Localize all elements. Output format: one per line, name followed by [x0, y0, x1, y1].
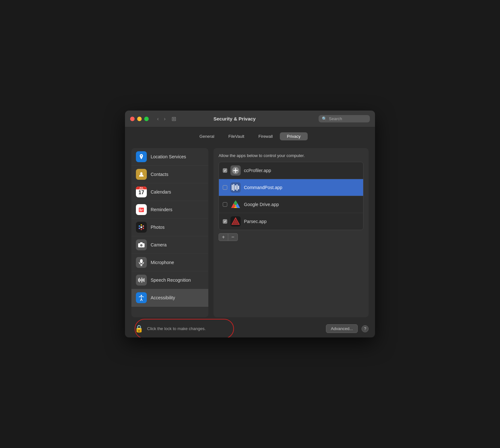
parsec-app-icon	[230, 216, 241, 227]
search-icon: 🔍	[322, 116, 327, 121]
minimize-button[interactable]	[137, 117, 142, 121]
svg-rect-23	[142, 278, 142, 283]
svg-point-0	[140, 172, 143, 175]
svg-point-15	[141, 245, 142, 246]
sidebar-label-reminders: Reminders	[151, 207, 172, 212]
advanced-button[interactable]: Advanced...	[326, 324, 358, 333]
svg-point-9	[143, 228, 144, 229]
tab-privacy[interactable]: Privacy	[280, 132, 308, 140]
svg-point-26	[141, 295, 142, 296]
tab-firewall[interactable]: Firewall	[251, 132, 280, 140]
location-icon	[136, 151, 147, 162]
sidebar-item-reminders[interactable]: Reminders	[131, 201, 208, 219]
search-input[interactable]	[329, 116, 367, 121]
commandpost-app-name: CommandPost.app	[244, 185, 359, 190]
svg-marker-38	[234, 200, 238, 203]
photos-icon	[136, 222, 147, 233]
svg-rect-4	[139, 210, 143, 210]
sidebar-item-accessibility[interactable]: Accessibility	[131, 289, 208, 307]
sidebar-item-photos[interactable]: Photos	[131, 219, 208, 236]
svg-rect-25	[144, 278, 145, 282]
svg-rect-3	[139, 209, 141, 209]
lock-text[interactable]: Click the lock to make changes.	[147, 326, 206, 331]
add-app-button[interactable]: +	[219, 233, 228, 241]
main-window: ‹ › ⊞ Security & Privacy 🔍 General FileV…	[125, 111, 375, 337]
app-row-commandpost[interactable]: CommandPost.app	[219, 179, 363, 196]
sidebar-label-camera: Camera	[151, 242, 167, 247]
sidebar-label-speech: Speech Recognition	[151, 278, 191, 283]
svg-rect-24	[143, 279, 143, 281]
titlebar: ‹ › ⊞ Security & Privacy 🔍	[125, 111, 375, 127]
list-controls: + −	[219, 233, 363, 241]
svg-rect-16	[140, 242, 143, 243]
sidebar-item-calendars[interactable]: JUL 17 Calendars	[131, 183, 208, 201]
reminders-icon	[136, 204, 147, 215]
svg-rect-20	[138, 278, 139, 282]
sidebar-label-microphone: Microphone	[151, 260, 174, 265]
svg-rect-30	[235, 185, 236, 190]
window-title: Security & Privacy	[151, 116, 319, 121]
svg-point-8	[143, 225, 144, 227]
sidebar-item-contacts[interactable]: Contacts	[131, 166, 208, 183]
panel-description: Allow the apps below to control your com…	[219, 153, 363, 158]
tab-general[interactable]: General	[192, 132, 221, 140]
svg-rect-22	[140, 279, 141, 281]
sidebar-label-accessibility: Accessibility	[151, 295, 175, 300]
sidebar-label-contacts: Contacts	[151, 172, 168, 177]
sidebar-item-camera[interactable]: Camera	[131, 236, 208, 254]
ccprofiler-app-name: ccProfiler.app	[244, 168, 359, 173]
svg-rect-29	[233, 184, 234, 191]
svg-rect-5	[139, 211, 142, 211]
speech-icon	[136, 275, 147, 286]
accessibility-icon	[136, 292, 147, 303]
googledrive-app-name: Google Drive.app	[244, 202, 359, 207]
main-panel: Allow the apps below to control your com…	[213, 148, 369, 317]
sidebar-label-location: Location Services	[151, 154, 186, 159]
googledrive-app-icon	[230, 199, 241, 210]
calendars-icon: JUL 17	[136, 187, 147, 197]
search-box[interactable]: 🔍	[319, 115, 370, 122]
content-area: Location Services Contacts JUL 17 Calend…	[125, 144, 375, 317]
svg-rect-28	[232, 185, 233, 190]
sidebar: Location Services Contacts JUL 17 Calend…	[131, 148, 208, 317]
tabs-bar: General FileVault Firewall Privacy	[125, 127, 375, 144]
svg-rect-21	[139, 278, 140, 282]
calendar-day: 17	[138, 189, 144, 196]
app-row-parsec[interactable]: Parsec.app	[219, 213, 363, 230]
lock-icon[interactable]: 🔒	[135, 325, 143, 333]
remove-app-button[interactable]: −	[228, 233, 238, 241]
camera-icon	[136, 239, 147, 250]
svg-rect-17	[140, 259, 143, 263]
close-button[interactable]	[130, 117, 135, 121]
traffic-lights	[130, 117, 149, 121]
parsec-app-name: Parsec.app	[244, 219, 359, 224]
maximize-button[interactable]	[144, 117, 149, 121]
parsec-checkbox[interactable]	[223, 219, 227, 224]
sidebar-label-calendars: Calendars	[151, 189, 171, 195]
ccprofiler-app-icon	[230, 165, 241, 176]
svg-point-6	[140, 226, 142, 228]
app-row-googledrive[interactable]: Google Drive.app	[219, 196, 363, 213]
sidebar-item-speech[interactable]: Speech Recognition	[131, 271, 208, 289]
bottom-bar: 🔒 Click the lock to make changes. Advanc…	[125, 320, 375, 337]
help-button[interactable]: ?	[362, 325, 369, 332]
svg-point-12	[139, 225, 140, 227]
svg-point-7	[141, 224, 142, 226]
commandpost-checkbox[interactable]	[223, 185, 227, 190]
tab-filevault[interactable]: FileVault	[221, 132, 252, 140]
svg-point-10	[141, 229, 142, 230]
ccprofiler-checkbox[interactable]	[223, 168, 227, 173]
calendar-month: JUL	[136, 187, 147, 189]
microphone-icon	[136, 257, 147, 268]
app-list: ccProfiler.app CommandPost.a	[219, 162, 363, 230]
svg-point-11	[139, 228, 140, 229]
svg-rect-32	[238, 186, 239, 189]
app-row-ccprofiler[interactable]: ccProfiler.app	[219, 162, 363, 179]
sidebar-item-microphone[interactable]: Microphone	[131, 254, 208, 271]
contacts-icon	[136, 169, 147, 180]
svg-rect-31	[237, 184, 238, 191]
sidebar-item-location[interactable]: Location Services	[131, 148, 208, 166]
sidebar-label-photos: Photos	[151, 225, 165, 230]
googledrive-checkbox[interactable]	[223, 202, 227, 207]
commandpost-app-icon	[230, 182, 241, 193]
